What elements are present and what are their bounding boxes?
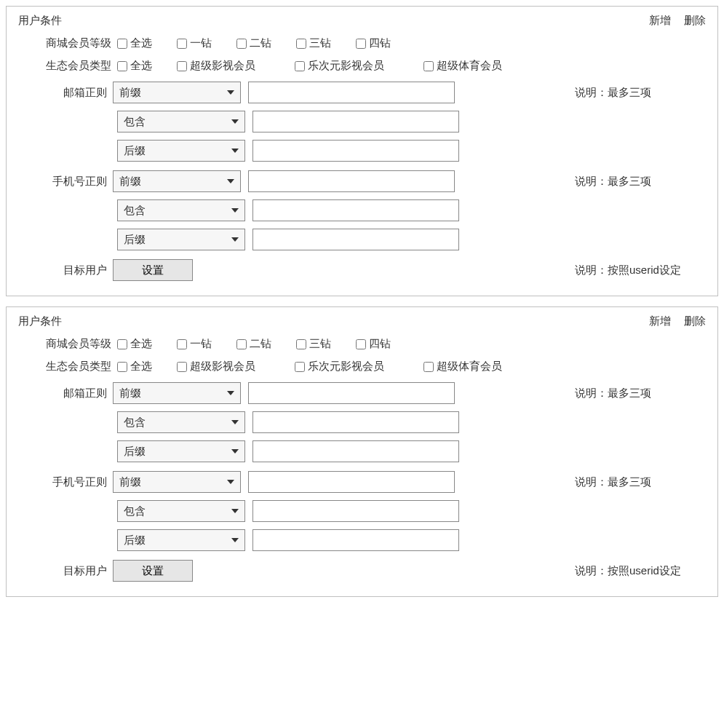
checkbox-input[interactable] — [236, 339, 247, 349]
chevron-down-icon — [231, 119, 239, 124]
select-value: 前缀 — [119, 86, 141, 100]
checkbox-input[interactable] — [117, 39, 127, 49]
checkbox-label: 超级体育会员 — [437, 360, 502, 373]
phone-regex-input-contain[interactable] — [252, 500, 459, 522]
checkbox-diamond-3[interactable]: 三钻 — [296, 337, 331, 351]
email-regex-label: 邮箱正则 — [18, 387, 113, 400]
checkbox-input[interactable] — [177, 39, 187, 49]
email-regex-hint: 说明：最多三项 — [546, 387, 706, 400]
email-regex-input-contain[interactable] — [252, 111, 459, 132]
checkbox-input[interactable] — [295, 61, 305, 71]
email-regex-select-suffix[interactable]: 后缀 — [117, 140, 245, 162]
email-regex-row-0: 邮箱正则 前缀 说明：最多三项 — [18, 382, 706, 404]
panel-title: 用户条件 — [18, 314, 62, 328]
checkbox-input[interactable] — [236, 39, 247, 49]
email-regex-input-suffix[interactable] — [252, 140, 459, 162]
checkbox-all[interactable]: 全选 — [117, 36, 152, 50]
email-regex-select-contain[interactable]: 包含 — [117, 411, 245, 433]
chevron-down-icon — [231, 149, 239, 153]
checkbox-diamond-2[interactable]: 二钻 — [236, 337, 271, 351]
phone-regex-input-prefix[interactable] — [248, 471, 455, 493]
checkbox-diamond-4[interactable]: 四钻 — [356, 337, 391, 351]
email-regex-input-prefix[interactable] — [248, 82, 455, 103]
checkbox-input[interactable] — [423, 362, 434, 372]
phone-regex-label: 手机号正则 — [18, 475, 113, 489]
checkbox-input[interactable] — [356, 339, 366, 349]
phone-regex-row-0: 手机号正则 前缀 说明：最多三项 — [18, 471, 706, 493]
phone-regex-select-suffix[interactable]: 后缀 — [117, 529, 245, 551]
user-condition-panel: 用户条件 新增 删除 商城会员等级 全选 一钻 二钻 三钻 四钻 生态会员类型 … — [6, 306, 718, 597]
checkbox-super-sport[interactable]: 超级体育会员 — [423, 59, 502, 73]
phone-regex-input-suffix[interactable] — [252, 529, 459, 551]
checkbox-label: 二钻 — [250, 36, 271, 50]
checkbox-label: 乐次元影视会员 — [308, 360, 384, 373]
phone-regex-row-1: 包含 — [18, 199, 706, 221]
checkbox-input[interactable] — [296, 39, 306, 49]
target-user-set-button[interactable]: 设置 — [113, 259, 193, 281]
checkbox-input[interactable] — [296, 339, 306, 349]
phone-regex-select-prefix[interactable]: 前缀 — [113, 170, 241, 192]
email-regex-select-prefix[interactable]: 前缀 — [113, 382, 241, 404]
checkbox-2d-video[interactable]: 乐次元影视会员 — [295, 360, 384, 373]
checkbox-diamond-1[interactable]: 一钻 — [177, 36, 212, 50]
checkbox-input[interactable] — [423, 61, 434, 71]
email-regex-input-prefix[interactable] — [248, 382, 455, 404]
chevron-down-icon — [231, 208, 239, 213]
checkbox-input[interactable] — [177, 339, 187, 349]
email-regex-row-2: 后缀 — [18, 140, 706, 162]
email-regex-row-1: 包含 — [18, 111, 706, 132]
checkbox-diamond-2[interactable]: 二钻 — [236, 36, 271, 50]
user-condition-panel: 用户条件 新增 删除 商城会员等级 全选 一钻 二钻 三钻 四钻 生态会员类型 … — [6, 6, 718, 296]
checkbox-input[interactable] — [356, 39, 366, 49]
delete-button[interactable]: 删除 — [684, 14, 706, 28]
delete-button[interactable]: 删除 — [684, 314, 706, 328]
target-user-label: 目标用户 — [18, 264, 113, 277]
checkbox-all[interactable]: 全选 — [117, 59, 152, 73]
phone-regex-input-prefix[interactable] — [248, 170, 455, 192]
checkbox-diamond-3[interactable]: 三钻 — [296, 36, 331, 50]
chevron-down-icon — [231, 538, 239, 542]
phone-regex-select-suffix[interactable]: 后缀 — [117, 229, 245, 250]
target-user-set-button[interactable]: 设置 — [113, 560, 193, 582]
checkbox-input[interactable] — [295, 362, 305, 372]
checkbox-2d-video[interactable]: 乐次元影视会员 — [295, 59, 384, 73]
checkbox-super-sport[interactable]: 超级体育会员 — [423, 360, 502, 373]
add-button[interactable]: 新增 — [649, 314, 671, 328]
select-value: 后缀 — [124, 534, 146, 547]
mall-level-options: 全选 一钻 二钻 三钻 四钻 — [117, 36, 411, 50]
email-regex-select-contain[interactable]: 包含 — [117, 111, 245, 132]
checkbox-diamond-1[interactable]: 一钻 — [177, 337, 212, 351]
checkbox-super-video[interactable]: 超级影视会员 — [177, 59, 255, 73]
email-regex-input-suffix[interactable] — [252, 440, 459, 462]
checkbox-all[interactable]: 全选 — [117, 360, 152, 373]
chevron-down-icon — [227, 179, 234, 183]
email-regex-input-contain[interactable] — [252, 411, 459, 433]
target-user-label: 目标用户 — [18, 564, 113, 578]
checkbox-label: 一钻 — [190, 36, 212, 50]
select-value: 后缀 — [124, 445, 146, 459]
checkbox-all[interactable]: 全选 — [117, 337, 152, 351]
phone-regex-select-contain[interactable]: 包含 — [117, 500, 245, 522]
panel-header: 用户条件 新增 删除 — [18, 14, 706, 28]
phone-regex-input-suffix[interactable] — [252, 229, 459, 250]
chevron-down-icon — [227, 480, 234, 484]
mall-level-label: 商城会员等级 — [23, 337, 117, 351]
checkbox-input[interactable] — [117, 61, 127, 71]
add-button[interactable]: 新增 — [649, 14, 671, 28]
email-regex-select-suffix[interactable]: 后缀 — [117, 440, 245, 462]
checkbox-input[interactable] — [177, 362, 187, 372]
select-value: 后缀 — [124, 233, 146, 247]
checkbox-diamond-4[interactable]: 四钻 — [356, 36, 391, 50]
select-value: 包含 — [124, 416, 146, 430]
email-regex-select-prefix[interactable]: 前缀 — [113, 82, 241, 103]
phone-regex-select-prefix[interactable]: 前缀 — [113, 471, 241, 493]
select-value: 后缀 — [124, 144, 146, 158]
checkbox-input[interactable] — [117, 362, 127, 372]
phone-regex-select-contain[interactable]: 包含 — [117, 199, 245, 221]
eco-member-label: 生态会员类型 — [23, 59, 117, 73]
phone-regex-input-contain[interactable] — [252, 199, 459, 221]
checkbox-input[interactable] — [177, 61, 187, 71]
checkbox-super-video[interactable]: 超级影视会员 — [177, 360, 255, 373]
email-regex-block: 邮箱正则 前缀 说明：最多三项 包含 后缀 — [18, 82, 706, 162]
checkbox-input[interactable] — [117, 339, 127, 349]
